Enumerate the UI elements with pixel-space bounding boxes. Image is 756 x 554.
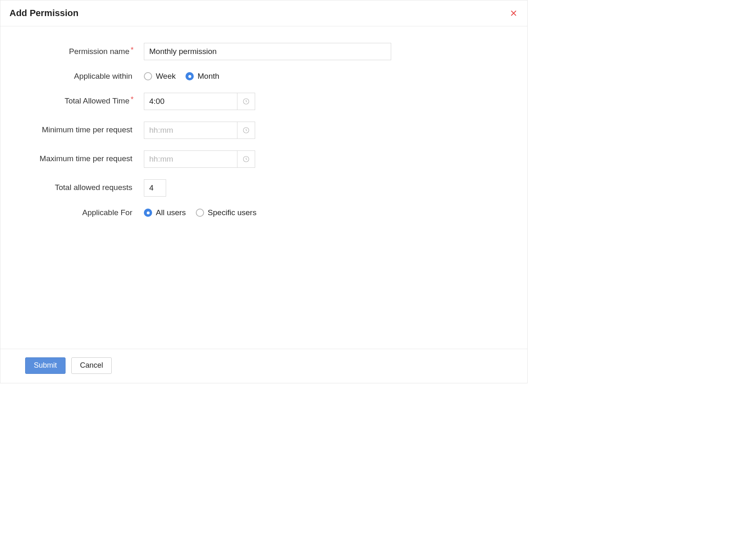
modal-footer: Submit Cancel <box>0 349 527 383</box>
radio-week[interactable]: Week <box>144 72 176 81</box>
radio-all-users[interactable]: All users <box>144 208 186 217</box>
label-applicable-for: Applicable For <box>10 208 144 218</box>
radio-month-label: Month <box>197 72 219 81</box>
max-time-clock-button[interactable] <box>237 150 255 168</box>
radio-specific-users-circle <box>196 209 204 217</box>
row-applicable-for: Applicable For All users Specific users <box>10 208 517 218</box>
label-total-allowed-requests: Total allowed requests <box>10 183 144 192</box>
submit-button[interactable]: Submit <box>25 357 66 374</box>
total-allowed-time-input[interactable] <box>144 93 237 110</box>
row-min-time-per-request: Minimum time per request <box>10 122 517 139</box>
radio-month[interactable]: Month <box>185 72 219 81</box>
label-permission-name: Permission name <box>10 47 144 56</box>
modal-title: Add Permission <box>9 8 78 19</box>
row-max-time-per-request: Maximum time per request <box>10 150 517 168</box>
total-allowed-time-clock-button[interactable] <box>237 93 255 110</box>
min-time-input[interactable] <box>144 122 237 139</box>
total-allowed-requests-input[interactable] <box>144 179 166 197</box>
radio-all-users-label: All users <box>156 208 186 217</box>
row-applicable-within: Applicable within Week Month <box>10 72 517 81</box>
radio-specific-users-label: Specific users <box>208 208 256 217</box>
radio-specific-users[interactable]: Specific users <box>196 208 256 217</box>
clock-icon <box>242 127 250 134</box>
label-applicable-within: Applicable within <box>10 72 144 81</box>
row-total-allowed-requests: Total allowed requests <box>10 179 517 197</box>
label-total-allowed-time: Total Allowed Time <box>10 96 144 106</box>
permission-name-input[interactable] <box>144 43 391 60</box>
radio-all-users-circle <box>144 209 152 217</box>
label-min-time-per-request: Minimum time per request <box>10 125 144 135</box>
clock-icon <box>242 155 250 163</box>
max-time-input[interactable] <box>144 150 237 168</box>
row-total-allowed-time: Total Allowed Time <box>10 93 517 110</box>
radio-week-label: Week <box>156 72 176 81</box>
clock-icon <box>242 98 250 105</box>
modal-body: Permission name Applicable within Week M… <box>0 26 527 349</box>
label-max-time-per-request: Maximum time per request <box>10 154 144 164</box>
radio-month-circle <box>185 72 194 80</box>
add-permission-modal: Add Permission Permission name Applicabl… <box>0 0 528 383</box>
radio-week-circle <box>144 72 152 80</box>
modal-header: Add Permission <box>0 0 527 26</box>
close-icon <box>510 9 517 17</box>
cancel-button[interactable]: Cancel <box>71 357 112 374</box>
min-time-clock-button[interactable] <box>237 122 255 139</box>
close-button[interactable] <box>509 9 518 18</box>
row-permission-name: Permission name <box>10 43 517 60</box>
